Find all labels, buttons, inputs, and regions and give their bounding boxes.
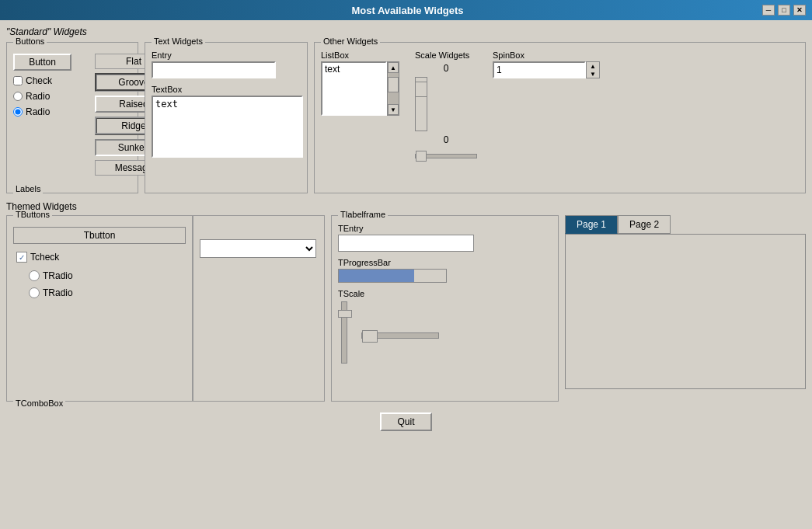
tprogress-bar: [338, 269, 447, 283]
listbox-section: ListBox text ▲ ▼: [321, 50, 399, 164]
textbox-widget[interactable]: text: [152, 96, 303, 158]
check-row: Check: [13, 75, 71, 86]
scale-section: Scale Widgets 0 0: [415, 50, 477, 164]
tbuttons-title: TButtons: [13, 210, 52, 219]
buttons-left-col: Button Check Radio Radio: [13, 50, 71, 176]
listbox-label: ListBox: [321, 50, 399, 60]
spinbox-arrows[interactable]: ▲ ▼: [586, 61, 600, 78]
h-scale-thumb[interactable]: [416, 151, 427, 162]
tcombobox-subtitle: TComboBox: [13, 398, 65, 408]
tprogress-fill: [339, 270, 414, 282]
check-label: Check: [26, 75, 52, 86]
spinbox-row: ▲ ▼: [493, 61, 600, 78]
tradio2-row: TRadio: [29, 287, 186, 298]
notebook-section: Page 1 Page 2: [565, 215, 806, 406]
tbuttons-group: TButtons Tbutton ✓ Tcheck TRadio: [6, 215, 193, 402]
check-widget[interactable]: [13, 76, 23, 85]
tcombobox-inner: [200, 239, 318, 258]
listbox-widget[interactable]: text: [321, 61, 387, 116]
radio1-row: Radio: [13, 91, 71, 102]
listbox-scrollbar[interactable]: ▲ ▼: [387, 61, 399, 116]
textbox-label: TextBox: [152, 85, 301, 94]
radio2-label: Radio: [26, 106, 50, 117]
entry-widget[interactable]: [152, 61, 276, 78]
tradio2-label: TRadio: [43, 287, 73, 298]
v-scale-track[interactable]: [415, 77, 427, 131]
notebook-tabs: Page 1 Page 2: [565, 215, 806, 234]
tscale-area: [338, 301, 552, 364]
scroll-thumb[interactable]: [388, 77, 399, 92]
tscale-v-track[interactable]: [341, 301, 347, 364]
scale-value: 0: [415, 63, 477, 74]
buttons-group-title: Buttons: [13, 37, 47, 46]
v-scale-thumb[interactable]: [415, 82, 427, 97]
tcheck-mark: ✓: [19, 253, 25, 262]
radio2-widget[interactable]: [13, 107, 23, 117]
quit-section: Quit: [6, 412, 806, 431]
spinbox-section: SpinBox ▲ ▼: [493, 50, 600, 164]
text-widgets-title: Text Widgets: [152, 37, 205, 46]
entry-label: Entry: [152, 50, 301, 60]
tcheck-box[interactable]: ✓: [16, 252, 27, 263]
scroll-track[interactable]: [388, 73, 399, 104]
tradio1-label: TRadio: [43, 270, 73, 281]
text-widgets-group: Text Widgets Entry TextBox text: [145, 42, 308, 193]
tentry-label: TEntry: [338, 224, 552, 233]
minimize-button[interactable]: ─: [762, 5, 775, 16]
scale-label: Scale Widgets: [415, 50, 477, 60]
h-scale-bar[interactable]: [415, 154, 477, 158]
tscale-label: TScale: [338, 289, 552, 298]
tscale-h-thumb[interactable]: [362, 330, 378, 343]
title-bar: Most Available Widgets ─ □ ✕: [0, 0, 812, 20]
scale-v-area: [415, 77, 477, 131]
tentry-widget[interactable]: [338, 235, 474, 252]
window-controls[interactable]: ─ □ ✕: [762, 5, 806, 16]
tcheck-row: ✓ Tcheck: [16, 252, 186, 263]
tbutton-widget[interactable]: Tbutton: [13, 227, 186, 244]
tscale-h-container: [361, 301, 439, 364]
spinbox-widget[interactable]: [493, 61, 586, 78]
tcombobox-widget[interactable]: [200, 239, 316, 258]
h-scale-track[interactable]: [415, 148, 477, 164]
close-button[interactable]: ✕: [793, 5, 806, 16]
listbox-with-scroll: text ▲ ▼: [321, 61, 399, 116]
tcombobox-group: [193, 215, 325, 402]
radio1-widget[interactable]: [13, 92, 23, 101]
scroll-up-arrow[interactable]: ▲: [388, 62, 399, 73]
tscale-v-container: [338, 301, 354, 364]
scale-value2: 0: [415, 134, 477, 145]
tab-page2[interactable]: Page 2: [618, 215, 671, 234]
tscale-h-track[interactable]: [361, 332, 439, 339]
quit-button[interactable]: Quit: [380, 412, 431, 431]
tab-page1[interactable]: Page 1: [565, 215, 618, 234]
listbox-item[interactable]: text: [322, 63, 385, 75]
tprogress-label: TProgressBar: [338, 258, 552, 267]
themed-section: TButtons Tbutton ✓ Tcheck TRadio: [6, 215, 806, 406]
other-widgets-title: Other Widgets: [321, 37, 380, 46]
main-content: "Standard" Widgets Buttons Button Check …: [0, 20, 812, 437]
buttons-columns: Button Check Radio Radio Flat: [13, 50, 131, 176]
spin-down-button[interactable]: ▼: [587, 70, 599, 78]
radio2-row: Radio: [13, 106, 71, 117]
notebook-content: [565, 234, 806, 389]
tlabelframe-group: Tlabelframe TEntry TProgressBar TScale: [331, 215, 559, 402]
button-widget[interactable]: Button: [13, 54, 71, 71]
other-widgets-group: Other Widgets ListBox text ▲: [314, 42, 806, 193]
other-widgets-inner: ListBox text ▲ ▼: [321, 50, 799, 164]
spin-up-button[interactable]: ▲: [587, 62, 599, 70]
labels-subtitle: Labels: [13, 184, 43, 193]
tradio1-row: TRadio: [29, 270, 186, 281]
scroll-down-arrow[interactable]: ▼: [388, 104, 399, 115]
spinbox-label: SpinBox: [493, 50, 600, 60]
tscale-v-thumb[interactable]: [338, 310, 352, 318]
standard-section-label: "Standard" Widgets: [6, 26, 806, 37]
maximize-button[interactable]: □: [778, 5, 790, 16]
radio1-label: Radio: [26, 91, 50, 102]
buttons-group: Buttons Button Check Radio Radio: [6, 42, 138, 193]
standard-section: Buttons Button Check Radio Radio: [6, 42, 806, 198]
tcheck-label: Tcheck: [30, 252, 59, 263]
tradio1-circle[interactable]: [29, 270, 40, 281]
tradio2-circle[interactable]: [29, 287, 40, 298]
themed-section-label: Themed Widgets: [6, 201, 806, 212]
tlabelframe-title: Tlabelframe: [338, 210, 388, 219]
